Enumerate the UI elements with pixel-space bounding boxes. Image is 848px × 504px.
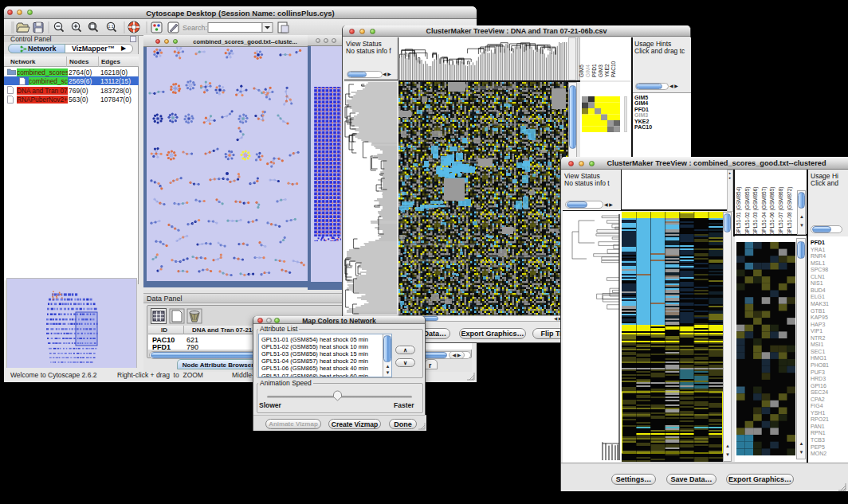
- svg-text:1:1: 1:1: [108, 24, 114, 29]
- svg-text:Search:: Search:: [183, 24, 207, 32]
